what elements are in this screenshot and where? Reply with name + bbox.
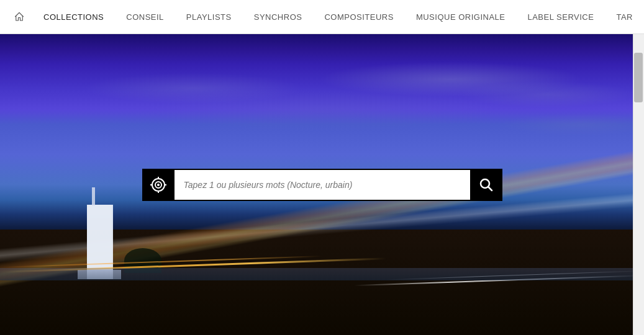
home-button[interactable] [6,11,32,22]
nav-musique-originale[interactable]: MUSIQUE ORIGINALE [405,0,517,34]
search-icon [479,178,493,192]
home-icon [14,11,25,22]
horizon-glow [0,268,644,280]
scrollbar[interactable] [633,34,644,335]
search-input-wrapper [175,169,502,201]
nav-label-service[interactable]: LABEL SERVICE [516,0,605,34]
svg-line-8 [488,187,492,190]
search-container [142,169,502,201]
nav-synchros[interactable]: SYNCHROS [243,0,314,34]
nav-collections[interactable]: COLLECTIONS [32,0,115,34]
building-antenna [92,187,95,206]
search-input[interactable] [175,169,502,201]
navbar: COLLECTIONS CONSEIL PLAYLISTS SYNCHROS C… [0,0,644,34]
target-icon [150,176,167,194]
svg-point-2 [157,184,160,186]
nav-conseil[interactable]: CONSEIL [115,0,175,34]
nav-compositeurs[interactable]: COMPOSITEURS [313,0,404,34]
hero-section [0,34,644,335]
nav-playlists[interactable]: PLAYLISTS [175,0,243,34]
target-button[interactable] [142,169,175,201]
search-button[interactable] [470,169,502,201]
nav-tar[interactable]: TAR [605,0,644,34]
scrollbar-thumb[interactable] [634,53,643,102]
